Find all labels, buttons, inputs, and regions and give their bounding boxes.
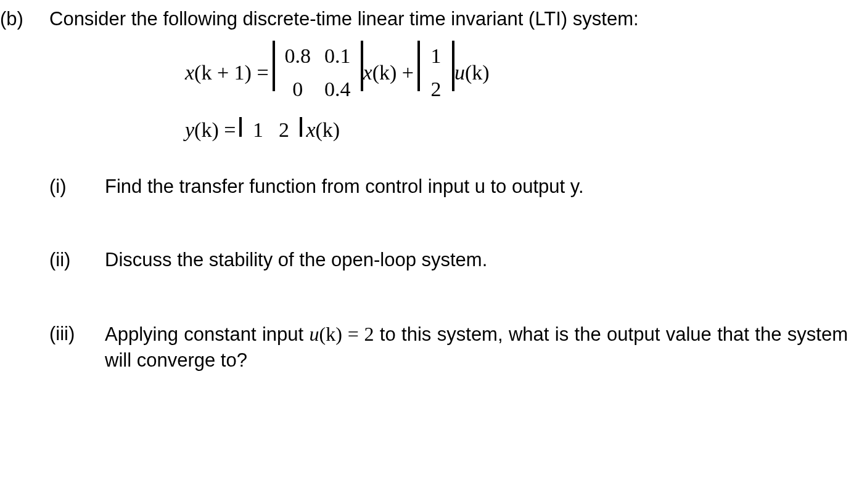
question-page: (b) Consider the following discrete-time… (0, 0, 859, 380)
A-0-0: 0.8 (285, 42, 311, 70)
subpart-i: (i) Find the transfer function from cont… (0, 174, 853, 200)
matrix-C: 1 2 (239, 115, 302, 145)
C-0-0: 1 (252, 116, 264, 144)
sub-label-ii: (ii) (49, 247, 105, 273)
sub-label-i: (i) (49, 174, 105, 200)
matrix-B: 1 2 (417, 38, 454, 107)
eq2-tail-var: x (306, 116, 315, 144)
iii-math-var: u (310, 323, 319, 345)
sub-text-iii: Applying constant input u(k) = 2 to this… (105, 321, 853, 373)
system-equations: x(k + 1) = 0.8 0.1 0 0.4 x(k) + 1 2 (0, 38, 853, 145)
iii-math-arg: (k) = 2 (319, 323, 374, 345)
A-0-1: 0.1 (324, 42, 351, 70)
matrix-A: 0.8 0.1 0 0.4 (273, 38, 363, 107)
eq1-mid-var: x (363, 59, 372, 87)
B-0-0: 1 (430, 42, 442, 70)
part-b-header: (b) Consider the following discrete-time… (0, 6, 853, 32)
eq1-lhs-var: x (185, 59, 194, 87)
eq1-mid-arg: (k) + (372, 59, 414, 87)
state-equation: x(k + 1) = 0.8 0.1 0 0.4 x(k) + 1 2 (185, 38, 853, 107)
subpart-ii: (ii) Discuss the stability of the open-l… (0, 247, 853, 273)
output-equation: y(k) = 1 2 x(k) (185, 115, 853, 145)
B-1-0: 2 (430, 75, 442, 104)
eq2-tail-arg: (k) (316, 116, 340, 144)
eq1-tail-var: u (454, 59, 465, 87)
eq1-tail-arg: (k) (465, 59, 490, 87)
eq1-lhs-arg: (k + 1) = (194, 59, 269, 87)
sub-text-i: Find the transfer function from control … (105, 174, 853, 200)
sub-text-ii: Discuss the stability of the open-loop s… (105, 247, 853, 273)
A-1-1: 0.4 (324, 75, 351, 104)
sub-label-iii: (iii) (49, 321, 105, 347)
iii-pre: Applying constant input (105, 323, 310, 345)
A-1-0: 0 (285, 75, 311, 104)
eq2-lhs-var: y (185, 116, 194, 144)
part-label: (b) (0, 6, 49, 32)
intro-text: Consider the following discrete-time lin… (49, 6, 853, 32)
C-0-1: 2 (277, 116, 290, 144)
eq2-lhs-arg: (k) = (194, 116, 236, 144)
subpart-iii: (iii) Applying constant input u(k) = 2 t… (0, 321, 853, 373)
